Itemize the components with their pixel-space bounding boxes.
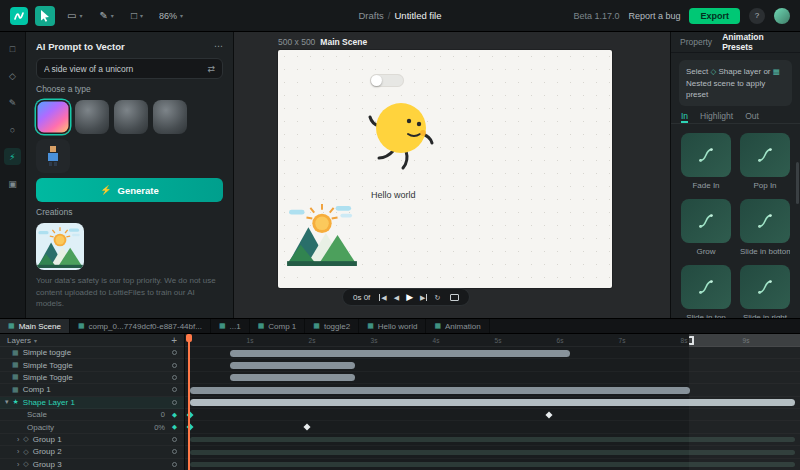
preset-card[interactable] — [681, 265, 731, 309]
layer-row-simple-toggle[interactable]: ▦Simple toggle — [0, 347, 184, 359]
visibility-toggle[interactable] — [172, 375, 177, 380]
style-thumb-4[interactable] — [36, 139, 70, 173]
skip-to-start-icon[interactable]: ◀ — [379, 294, 386, 301]
breadcrumb-drafts[interactable]: Drafts — [359, 10, 384, 21]
preset-card[interactable] — [681, 133, 731, 177]
timeline-tab-animation[interactable]: ▦Animation — [426, 319, 489, 333]
export-button[interactable]: Export — [689, 8, 740, 24]
zoom-control[interactable]: 86% ▾ — [159, 11, 183, 21]
chevron-down-icon[interactable]: ▾ — [79, 12, 82, 19]
loop-icon[interactable]: ↻ — [434, 294, 440, 301]
preset-card[interactable] — [681, 199, 731, 243]
preset-card[interactable] — [740, 199, 790, 243]
character-icon[interactable]: ○ — [4, 121, 21, 138]
layer-row-comp-1[interactable]: ▦Comp 1 — [0, 384, 184, 396]
avatar[interactable] — [774, 8, 790, 24]
timeline-tab--1[interactable]: ▦...1 — [211, 319, 250, 333]
layer-row-group-3[interactable]: ›◇Group 3 — [0, 459, 184, 470]
timeline-tab-comp-0-7749dcf0-e887-44bf-[interactable]: ▦comp_0...7749dcf0-e887-44bf... — [70, 319, 211, 333]
chevron-right-icon[interactable]: › — [17, 461, 19, 468]
playhead[interactable] — [188, 334, 190, 470]
layer-row-simple-toggle[interactable]: ▦Simple Toggle — [0, 372, 184, 384]
preset-card[interactable] — [740, 133, 790, 177]
preset-tab-in[interactable]: In — [681, 111, 688, 123]
shapes-icon[interactable]: ◇ — [4, 67, 21, 84]
timeline-tab-toggle2[interactable]: ▦toggle2 — [305, 319, 359, 333]
more-options-icon[interactable]: ⋯ — [214, 41, 223, 51]
shape-tool-button[interactable]: □ ▾ — [126, 6, 148, 26]
timeline-bar[interactable] — [190, 387, 690, 394]
layers-label[interactable]: Layers — [7, 336, 31, 345]
current-keyframe-icon[interactable]: ◆ — [172, 423, 177, 431]
playhead-handle[interactable] — [186, 334, 192, 342]
play-icon[interactable]: ▶ — [406, 293, 413, 302]
layer-row-group-1[interactable]: ›◇Group 1 — [0, 434, 184, 446]
select-tool-button[interactable] — [35, 6, 55, 26]
timeline-tab-hello-world[interactable]: ▦Hello world — [359, 319, 426, 333]
visibility-toggle[interactable] — [172, 363, 177, 368]
visibility-toggle[interactable] — [172, 387, 177, 392]
chevron-right-icon[interactable]: › — [17, 436, 19, 443]
current-keyframe-icon[interactable]: ◆ — [172, 411, 177, 419]
next-frame-icon[interactable]: ▶ — [420, 294, 427, 301]
timeline-tab-main-scene[interactable]: ▦Main Scene — [0, 319, 70, 333]
timeline-bar[interactable] — [230, 350, 570, 357]
timeline-track-area[interactable]: 1s2s3s4s5s6s7s8s9s — [185, 334, 800, 470]
property-value[interactable]: 0 — [161, 410, 165, 419]
style-thumb-0[interactable] — [36, 100, 70, 134]
work-area-end-marker[interactable] — [689, 336, 694, 345]
layer-row-scale[interactable]: Scale0◆ — [0, 409, 184, 421]
pen-tool-button[interactable]: ✎ ▾ — [94, 6, 118, 26]
chevron-down-icon[interactable]: ▾ — [140, 12, 143, 19]
frame-tool-button[interactable]: ▭ ▾ — [62, 6, 87, 26]
creation-thumbnail[interactable] — [36, 223, 84, 270]
tab-property[interactable]: Property — [680, 37, 712, 47]
layer-row-shape-layer-1[interactable]: ▾★Shape Layer 1 — [0, 397, 184, 409]
style-thumb-3[interactable] — [153, 100, 187, 134]
visibility-toggle[interactable] — [172, 449, 177, 454]
preset-tab-out[interactable]: Out — [745, 111, 759, 123]
landscape-element[interactable] — [287, 202, 357, 268]
previous-frame-icon[interactable]: ◀ — [394, 294, 399, 301]
timeline-bar[interactable] — [230, 362, 355, 369]
preset-card[interactable] — [740, 265, 790, 309]
toggle-switch-element[interactable] — [370, 74, 404, 87]
file-name[interactable]: Untitled file — [394, 10, 441, 21]
draw-icon[interactable]: ✎ — [4, 94, 21, 111]
layer-row-simple-toggle[interactable]: ▦Simple Toggle — [0, 359, 184, 371]
assets-icon[interactable]: ▣ — [4, 175, 21, 192]
prompt-input[interactable] — [44, 64, 202, 74]
chevron-down-icon[interactable]: ▾ — [5, 398, 9, 406]
scene-name[interactable]: Main Scene — [320, 37, 367, 47]
artboard[interactable]: Hello world — [278, 50, 612, 288]
keyframe-diamond[interactable] — [546, 411, 553, 418]
shuffle-icon[interactable]: ⇄ — [207, 64, 215, 74]
visibility-toggle[interactable] — [172, 400, 177, 405]
timeline-ruler[interactable]: 1s2s3s4s5s6s7s8s9s — [185, 334, 800, 347]
timeline-bar[interactable] — [230, 374, 355, 381]
layer-row-opacity[interactable]: Opacity0%◆ — [0, 421, 184, 433]
chevron-down-icon[interactable]: ▾ — [111, 12, 114, 19]
character-element[interactable] — [364, 88, 438, 178]
generate-button[interactable]: ⚡ Generate — [36, 178, 223, 202]
preview-monitor-icon[interactable] — [450, 294, 459, 301]
tab-animation-presets[interactable]: Animation Presets — [722, 32, 791, 52]
add-layer-button[interactable]: + — [171, 335, 177, 346]
report-a-bug-link[interactable]: Report a bug — [628, 11, 680, 21]
scrollbar[interactable] — [796, 162, 799, 204]
chevron-right-icon[interactable]: › — [17, 448, 19, 455]
timeline-tab-comp-1[interactable]: ▦Comp 1 — [250, 319, 306, 333]
hello-world-text[interactable]: Hello world — [371, 190, 416, 200]
style-thumb-2[interactable] — [114, 100, 148, 134]
select-icon[interactable]: □ — [4, 40, 21, 57]
lottie-logo-icon[interactable] — [10, 7, 28, 25]
property-value[interactable]: 0% — [154, 423, 165, 432]
ai-prompt-icon[interactable]: ⚡ — [4, 148, 21, 165]
keyframe-diamond[interactable] — [303, 423, 310, 430]
visibility-toggle[interactable] — [172, 437, 177, 442]
visibility-toggle[interactable] — [172, 462, 177, 467]
visibility-toggle[interactable] — [172, 350, 177, 355]
layer-row-group-2[interactable]: ›◇Group 2 — [0, 446, 184, 458]
help-icon[interactable]: ? — [749, 8, 765, 24]
style-thumb-1[interactable] — [75, 100, 109, 134]
